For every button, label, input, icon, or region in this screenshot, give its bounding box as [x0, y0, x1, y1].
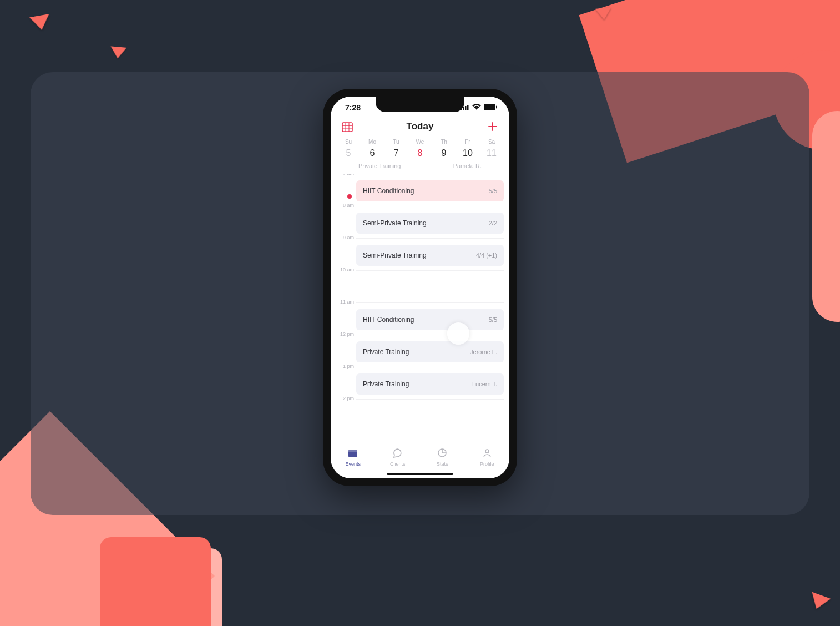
- context-left: Private Training: [358, 163, 401, 169]
- tab-profile[interactable]: Profile: [470, 447, 504, 467]
- event-title: Private Training: [363, 348, 409, 356]
- day-cell[interactable]: Mo6: [362, 139, 382, 158]
- gem-icon: [110, 46, 127, 59]
- event-card[interactable]: Private TrainingLucern T.: [356, 373, 504, 395]
- event-title: HIIT Conditioning: [363, 316, 414, 324]
- event-meta: 4/4 (+1): [476, 252, 497, 259]
- event-card[interactable]: Private TrainingJerome L.: [356, 341, 504, 362]
- gem-icon: [595, 7, 613, 20]
- calendar-button[interactable]: [341, 120, 354, 133]
- day-number: 6: [362, 148, 382, 158]
- bg-shape: [100, 537, 211, 626]
- person-icon: [482, 447, 493, 460]
- day-cell[interactable]: Fr10: [458, 139, 478, 158]
- day-number: 8: [410, 148, 430, 158]
- tab-label: Profile: [480, 461, 494, 467]
- hour-row: 10 am: [356, 270, 504, 302]
- hour-row: 2 pm: [356, 399, 504, 431]
- day-number: 10: [458, 148, 478, 158]
- event-title: Semi-Private Training: [363, 251, 427, 259]
- day-abbr: Th: [434, 139, 454, 145]
- gem-icon: [807, 592, 831, 613]
- day-abbr: We: [410, 139, 430, 145]
- chat-icon: [392, 447, 403, 460]
- svg-rect-1: [463, 107, 464, 110]
- hour-label: 7 am: [335, 174, 354, 176]
- context-right: Pamela R.: [453, 163, 482, 169]
- hour-label: 11 am: [335, 299, 354, 305]
- day-number: 11: [482, 148, 502, 158]
- event-card[interactable]: HIIT Conditioning5/5: [356, 309, 504, 330]
- event-meta: Jerome L.: [470, 349, 497, 355]
- hour-label: 2 pm: [335, 396, 354, 401]
- tab-label: Events: [345, 461, 361, 467]
- day-cell[interactable]: Su5: [338, 139, 358, 158]
- event-card[interactable]: Semi-Private Training2/2: [356, 213, 504, 234]
- wifi-icon: [472, 103, 481, 112]
- day-number: 5: [338, 148, 358, 158]
- day-number: 9: [434, 148, 454, 158]
- tab-stats[interactable]: Stats: [426, 447, 459, 467]
- hour-label: 10 am: [335, 267, 354, 272]
- day-cell[interactable]: We8: [410, 139, 430, 158]
- event-title: Private Training: [363, 380, 409, 388]
- battery-icon: [484, 103, 497, 112]
- day-number: 7: [386, 148, 406, 158]
- hour-label: 12 pm: [335, 331, 354, 337]
- svg-rect-5: [496, 106, 497, 109]
- day-abbr: Tu: [386, 139, 406, 145]
- event-title: Semi-Private Training: [363, 219, 427, 227]
- pie-icon: [437, 447, 448, 460]
- hour-label: 8 am: [335, 203, 354, 208]
- status-time: 7:28: [345, 103, 361, 112]
- event-card[interactable]: Semi-Private Training4/4 (+1): [356, 245, 504, 266]
- calendar-icon: [342, 121, 353, 132]
- hour-label: 1 pm: [335, 364, 354, 369]
- phone-notch: [376, 97, 464, 112]
- page-title: Today: [407, 121, 434, 132]
- week-strip: Su5Mo6Tu7We8Th9Fr10Sa11: [331, 139, 509, 163]
- bg-shape: [812, 111, 840, 322]
- day-abbr: Sa: [482, 139, 502, 145]
- day-cell[interactable]: Tu7: [386, 139, 406, 158]
- tab-label: Stats: [437, 461, 448, 467]
- day-abbr: Fr: [458, 139, 478, 145]
- event-meta: 5/5: [489, 316, 497, 323]
- day-abbr: Mo: [362, 139, 382, 145]
- now-indicator: [350, 196, 505, 196]
- svg-rect-4: [484, 104, 495, 110]
- event-title: HIIT Conditioning: [363, 187, 414, 195]
- event-card[interactable]: HIIT Conditioning5/5: [356, 180, 504, 201]
- day-abbr: Su: [338, 139, 358, 145]
- svg-point-16: [485, 450, 489, 453]
- plus-icon: [487, 121, 498, 132]
- day-cell[interactable]: Th9: [434, 139, 454, 158]
- event-meta: 5/5: [489, 188, 497, 194]
- now-dot-icon: [347, 194, 352, 199]
- event-meta: Lucern T.: [472, 381, 497, 387]
- calendar-icon: [347, 447, 358, 460]
- status-right: [461, 103, 497, 112]
- add-button[interactable]: [486, 120, 499, 133]
- gem-icon: [29, 14, 52, 32]
- home-indicator: [387, 473, 453, 475]
- nav-header: Today: [331, 119, 509, 139]
- tab-events[interactable]: Events: [336, 447, 370, 467]
- day-cell[interactable]: Sa11: [482, 139, 502, 158]
- phone-frame: 7:28 Today Su5Mo6Tu7We8Th9: [323, 89, 517, 486]
- svg-rect-2: [465, 106, 467, 110]
- phone-screen: 7:28 Today Su5Mo6Tu7We8Th9: [331, 97, 509, 478]
- context-row: Private Training Pamela R.: [331, 163, 509, 174]
- svg-rect-14: [348, 450, 357, 452]
- event-meta: 2/2: [489, 220, 497, 226]
- tab-label: Clients: [390, 461, 406, 467]
- agenda[interactable]: 7 am8 am9 am10 am11 am12 pm1 pm2 pmHIIT …: [331, 174, 509, 441]
- svg-rect-3: [467, 105, 469, 110]
- hour-label: 9 am: [335, 235, 354, 240]
- tab-clients[interactable]: Clients: [381, 447, 414, 467]
- svg-rect-6: [342, 123, 352, 132]
